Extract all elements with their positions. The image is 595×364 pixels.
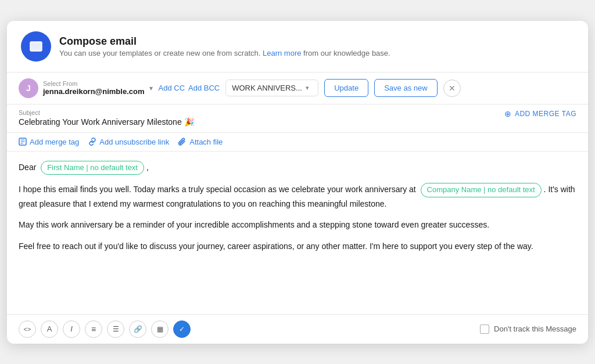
image-format-button[interactable]: ▦ xyxy=(151,320,169,338)
compose-email-modal: Compose email You can use your templates… xyxy=(7,21,588,344)
save-as-new-button[interactable]: Save as new xyxy=(374,79,437,97)
email-content-area[interactable]: Dear First Name | no default text , I ho… xyxy=(7,152,588,314)
plus-circle-icon: ⊕ xyxy=(504,109,512,118)
learn-more-link[interactable]: Learn more xyxy=(263,49,301,57)
modal-subtitle: You can use your templates or create new… xyxy=(59,49,390,57)
add-bcc-link[interactable]: Add BCC xyxy=(188,84,220,92)
subject-value[interactable]: Celebrating Your Work Anniversary Milest… xyxy=(19,117,194,127)
close-icon: ✕ xyxy=(449,84,456,93)
header-email-icon xyxy=(21,31,51,62)
paragraph-3: Feel free to reach out if you'd like to … xyxy=(19,240,576,253)
add-merge-tag-button[interactable]: ⊕ ADD MERGE TAG xyxy=(504,109,576,118)
subject-left: Subject Celebrating Your Work Anniversar… xyxy=(19,109,194,127)
template-dropdown-arrow: ▾ xyxy=(306,84,309,92)
header-text-group: Compose email You can use your templates… xyxy=(59,35,390,57)
italic-format-button[interactable]: I xyxy=(63,320,80,338)
attach-file-label: Attach file xyxy=(189,138,223,146)
salutation-line: Dear First Name | no default text , xyxy=(19,161,576,175)
template-name: WORK ANNIVERS... xyxy=(232,84,302,92)
from-label-group: Select From jenna.dreikorn@nimble.com xyxy=(43,80,145,96)
company-name-merge-tag[interactable]: Company Name | no default text xyxy=(421,183,542,197)
modal-title: Compose email xyxy=(59,35,390,48)
add-merge-tag-label: ADD MERGE TAG xyxy=(515,110,576,118)
dont-track-section: Don't track this Message xyxy=(480,325,576,334)
link-format-button[interactable]: 🔗 xyxy=(129,320,146,338)
attach-file-item[interactable]: Attach file xyxy=(178,138,223,146)
list-icon: ☰ xyxy=(113,325,119,333)
link-icon xyxy=(88,138,96,146)
check-icon: ✓ xyxy=(179,325,185,333)
paragraph-2: May this work anniversary be a reminder … xyxy=(19,218,576,231)
paragraph-1: I hope this email finds you well. Today … xyxy=(19,183,576,210)
comma-text: , xyxy=(146,163,149,172)
dont-track-checkbox[interactable] xyxy=(480,325,489,334)
align-icon: ≡ xyxy=(91,325,96,334)
list-format-button[interactable]: ☰ xyxy=(107,320,124,338)
link-format-icon: 🔗 xyxy=(134,325,142,333)
select-from-label: Select From xyxy=(43,80,145,87)
avatar: J xyxy=(19,78,38,98)
from-email-value: jenna.dreikorn@nimble.com xyxy=(43,87,145,96)
cc-bcc-links: Add CC Add BCC xyxy=(159,84,220,92)
italic-icon: I xyxy=(70,325,73,333)
first-name-merge-tag[interactable]: First Name | no default text xyxy=(41,161,144,175)
image-icon: ▦ xyxy=(157,325,163,333)
para1-text: I hope this email finds you well. Today … xyxy=(19,185,416,194)
align-format-button[interactable]: ≡ xyxy=(85,320,102,338)
update-button[interactable]: Update xyxy=(324,79,368,97)
bottom-toolbar: <> A I ≡ ☰ 🔗 ▦ ✓ xyxy=(7,314,588,344)
font-icon: A xyxy=(47,325,52,333)
add-merge-tag-toolbar-item[interactable]: Add merge tag xyxy=(19,138,79,146)
from-dropdown-arrow[interactable]: ▾ xyxy=(149,84,153,92)
editor-toolbar: Add merge tag Add unsubscribe link Attac… xyxy=(7,133,588,152)
add-merge-tag-label: Add merge tag xyxy=(30,138,79,146)
salutation-text: Dear xyxy=(19,163,36,172)
add-cc-link[interactable]: Add CC xyxy=(159,84,185,92)
paperclip-icon xyxy=(178,138,187,146)
subject-label: Subject xyxy=(19,109,194,116)
check-format-button[interactable]: ✓ xyxy=(173,320,191,338)
toolbar-row: J Select From jenna.dreikorn@nimble.com … xyxy=(7,73,588,104)
add-unsubscribe-link-label: Add unsubscribe link xyxy=(99,138,169,146)
font-format-button[interactable]: A xyxy=(41,320,58,338)
close-button[interactable]: ✕ xyxy=(443,80,461,97)
from-section: J Select From jenna.dreikorn@nimble.com … xyxy=(19,78,153,98)
subject-row: Subject Celebrating Your Work Anniversar… xyxy=(7,104,588,133)
code-format-button[interactable]: <> xyxy=(19,320,36,338)
format-tools: <> A I ≡ ☰ 🔗 ▦ ✓ xyxy=(19,320,191,338)
merge-tag-icon xyxy=(19,138,27,146)
template-dropdown[interactable]: WORK ANNIVERS... ▾ xyxy=(225,80,318,96)
dont-track-label: Don't track this Message xyxy=(494,325,576,333)
add-unsubscribe-link-item[interactable]: Add unsubscribe link xyxy=(88,138,169,146)
modal-header: Compose email You can use your templates… xyxy=(7,21,588,73)
code-icon: <> xyxy=(24,326,31,333)
